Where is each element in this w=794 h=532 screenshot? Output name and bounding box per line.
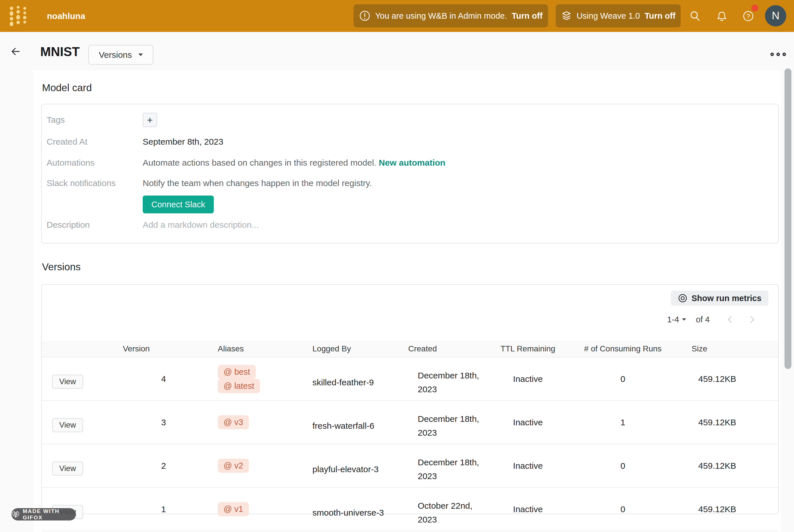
alias-chip[interactable]: @ v3 [218,415,249,429]
column-created: Created [407,341,491,357]
created-cell: December 18th, 2023 [407,444,491,488]
version-cell: 4 [96,357,171,401]
weave-turn-off-button[interactable]: Turn off [644,11,675,21]
size-cell: 459.12KB [680,488,778,531]
ttl-cell: Inactive [491,488,565,531]
dot-icon [770,53,774,56]
notification-dot [752,5,758,12]
version-cell: 2 [96,444,171,488]
versions-section-title: Versions [42,261,80,272]
created-cell: October 22nd, 2023 [407,488,491,531]
dot-icon [776,53,780,56]
logged-by-cell[interactable]: fresh-waterfall-6 [306,401,407,444]
created-cell: December 18th, 2023 [407,357,491,401]
logged-by-cell[interactable]: smooth-universe-3 [306,488,407,531]
view-selector-dropdown[interactable]: Versions [88,45,153,65]
bell-icon[interactable] [716,11,727,22]
view-button[interactable]: View [52,461,83,476]
column-aliases: Aliases [171,341,306,357]
pagination: 1-4 of 4 [667,315,756,324]
show-run-metrics-button[interactable]: Show run metrics [671,291,769,306]
back-arrow-button[interactable] [9,45,22,58]
column-consuming-runs: # of Consuming Runs [565,341,680,357]
weave-banner-text: Using Weave 1.0 [576,11,640,21]
column-ttl-remaining: TTL Remaining [491,341,565,357]
more-options-button[interactable] [770,53,786,56]
column-action [42,341,96,357]
description-placeholder[interactable]: Add a markdown description... [143,220,259,230]
help-icon[interactable]: ? [743,11,754,22]
search-icon[interactable] [689,11,700,22]
new-automation-link[interactable]: New automation [379,158,446,167]
created-at-label: Created At [42,137,143,147]
size-cell: 459.12KB [680,444,778,488]
next-page-icon[interactable] [748,315,756,324]
table-row: View 2 @ v2 playful-elevator-3 December … [42,444,778,488]
aliases-cell: @ v3 [171,401,306,444]
versions-table: Version Aliases Logged By Created TTL Re… [42,341,778,531]
table-row: View 1 @ v1 smooth-universe-3 October 22… [42,488,778,531]
weave-layers-icon [561,11,572,21]
description-label: Description [42,220,143,230]
view-button[interactable]: View [52,418,83,432]
dot-icon [782,53,786,56]
model-card-section-title: Model card [42,82,92,93]
page-range-value: 1-4 [667,315,679,324]
consuming-runs-cell: 0 [565,444,680,488]
alias-chip[interactable]: @ latest [218,379,260,393]
connect-slack-button[interactable]: Connect Slack [143,195,214,213]
alias-chip[interactable]: @ v1 [218,502,249,516]
tags-label: Tags [42,115,143,125]
versions-panel: Show run metrics 1-4 of 4 Version Aliase… [41,284,779,514]
previous-page-icon[interactable] [726,315,734,324]
column-version: Version [96,341,171,357]
admin-turn-off-button[interactable]: Turn off [511,11,542,21]
table-header-row: Version Aliases Logged By Created TTL Re… [42,341,778,357]
slack-helper-text: Notify the team when changes happen in t… [143,178,372,188]
wandb-logo-icon[interactable] [8,6,28,26]
size-cell: 459.12KB [680,357,778,401]
current-user-name[interactable]: noahluna [47,0,85,32]
show-run-metrics-label: Show run metrics [692,293,761,303]
svg-text:?: ? [746,13,750,20]
chevron-down-icon [682,318,686,321]
top-navigation-bar: noahluna You are using W&B in Admin mode… [0,0,794,32]
user-avatar[interactable]: N [765,5,786,26]
version-cell: 1 [96,488,171,531]
aliases-cell: @ v1 [171,488,306,531]
logged-by-cell[interactable]: playful-elevator-3 [306,444,407,488]
created-cell: December 18th, 2023 [407,401,491,444]
gifox-badge-text: MADE WITH GIFOX [23,508,76,521]
consuming-runs-cell: 0 [565,488,680,531]
page-range-dropdown[interactable]: 1-4 [667,315,686,324]
ttl-cell: Inactive [491,401,565,444]
vertical-scrollbar[interactable] [784,69,791,369]
avatar-initial: N [772,10,780,22]
page-title: MNIST [40,44,80,59]
alert-circle-icon [359,10,371,22]
fox-icon [12,511,20,518]
column-size: Size [680,341,778,357]
page-total: of 4 [696,315,710,324]
alias-chip[interactable]: @ best [218,365,256,379]
slack-notifications-label: Slack notifications [42,178,143,188]
gifox-badge: MADE WITH GIFOX [12,508,76,520]
consuming-runs-cell: 1 [565,401,680,444]
logged-by-cell[interactable]: skilled-feather-9 [306,357,407,401]
admin-mode-banner: You are using W&B in Admin mode. Turn of… [354,4,548,27]
weave-banner: Using Weave 1.0 Turn off [556,4,681,27]
aliases-cell: @ v2 [171,444,306,488]
chevron-down-icon [138,54,143,56]
eye-icon [678,293,687,303]
automations-helper-text: Automate actions based on changes in thi… [143,158,376,167]
add-tag-button[interactable]: + [143,113,157,127]
ttl-cell: Inactive [491,444,565,488]
version-cell: 3 [96,401,171,444]
view-button[interactable]: View [52,375,83,389]
model-card-panel: Tags + Created At September 8th, 2023 Au… [41,104,779,244]
automations-label: Automations [42,158,143,168]
alias-chip[interactable]: @ v2 [218,459,249,473]
column-logged-by: Logged By [306,341,407,357]
size-cell: 459.12KB [680,401,778,444]
consuming-runs-cell: 0 [565,357,680,401]
